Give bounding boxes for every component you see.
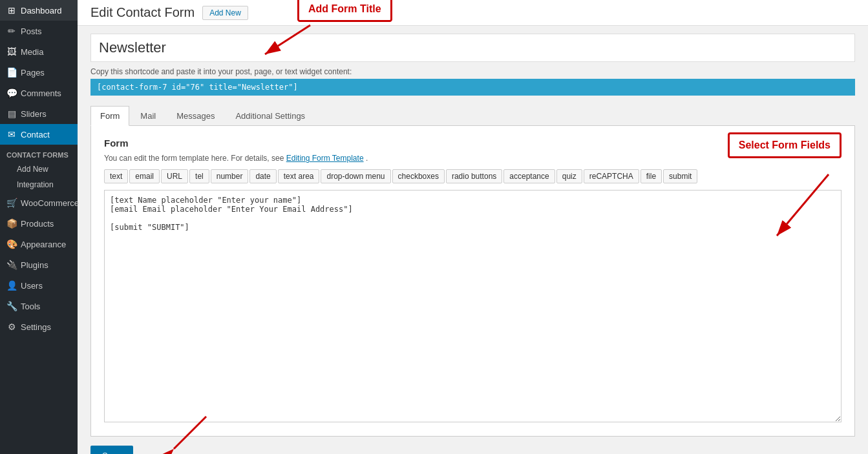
sidebar-sub-add-new[interactable]: Add New (0, 161, 78, 177)
field-btn-submit[interactable]: submit (663, 169, 697, 183)
tools-icon: 🔧 (6, 301, 17, 311)
field-btn-checkboxes[interactable]: checkboxes (392, 169, 445, 183)
field-btn-text[interactable]: text (104, 169, 128, 183)
sidebar-item-sliders[interactable]: ▤ Sliders (0, 103, 78, 124)
content-area: Copy this shortcode and paste it into yo… (78, 26, 868, 454)
tabs-row: Form Mail Messages Additional Settings (90, 106, 855, 126)
tab-form[interactable]: Form (90, 106, 129, 126)
sidebar-item-label: Contact (21, 130, 50, 139)
form-section: Form You can edit the form template here… (90, 126, 855, 437)
plugins-icon: 🔌 (6, 260, 17, 270)
save-button[interactable]: Save (90, 446, 133, 454)
sidebar-item-woocommerce[interactable]: 🛒 WooCommerce (0, 192, 78, 213)
sidebar-item-tools[interactable]: 🔧 Tools (0, 296, 78, 316)
form-code-textarea[interactable] (104, 190, 842, 422)
sidebar-sub-integration[interactable]: Integration (0, 177, 78, 192)
shortcode-description: Copy this shortcode and paste it into yo… (90, 67, 855, 76)
svg-line-3 (777, 174, 829, 236)
tab-mail[interactable]: Mail (131, 106, 165, 125)
sidebar-item-label: Settings (21, 322, 51, 332)
sidebar-item-users[interactable]: 👤 Users (0, 275, 78, 296)
select-form-fields-callout: Select Form Fields (728, 132, 842, 158)
sidebar-item-dashboard[interactable]: ⊞ Dashboard (0, 0, 78, 21)
field-btn-text-area[interactable]: text area (278, 169, 320, 183)
sidebar-item-products[interactable]: 📦 Products (0, 213, 78, 234)
sidebar-item-posts[interactable]: ✏ Posts (0, 21, 78, 41)
svg-line-1 (265, 25, 310, 54)
shortcode-bar[interactable]: [contact-form-7 id="76" title="Newslette… (90, 79, 855, 96)
field-btn-email[interactable]: email (129, 169, 160, 183)
tab-additional-settings[interactable]: Additional Settings (226, 106, 315, 125)
field-btn-file[interactable]: file (640, 169, 662, 183)
form-title-input[interactable] (90, 34, 855, 62)
svg-line-5 (174, 417, 206, 449)
sidebar-item-plugins[interactable]: 🔌 Plugins (0, 254, 78, 275)
appearance-icon: 🎨 (6, 239, 17, 249)
editing-link[interactable]: Editing Form Template (286, 154, 364, 163)
sidebar-item-comments[interactable]: 💬 Comments (0, 83, 78, 103)
pages-icon: 📄 (6, 67, 17, 77)
add-new-button[interactable]: Add New (202, 6, 248, 20)
sidebar-item-label: Media (21, 47, 43, 57)
media-icon: 🖼 (6, 46, 17, 57)
page-title: Edit Contact Form (90, 5, 195, 20)
field-buttons-row: textemailURLtelnumberdatetext areadrop-d… (104, 169, 842, 183)
topbar: Edit Contact Form Add New Add Form Title (78, 0, 868, 26)
save-arrow (154, 413, 219, 454)
sidebar-item-media[interactable]: 🖼 Media (0, 41, 78, 62)
sliders-icon: ▤ (6, 108, 17, 119)
sidebar-item-pages[interactable]: 📄 Pages (0, 62, 78, 83)
sidebar-item-label: Users (21, 281, 43, 291)
sidebar-item-settings[interactable]: ⚙ Settings (0, 316, 78, 337)
posts-icon: ✏ (6, 26, 17, 36)
products-icon: 📦 (6, 218, 17, 229)
field-btn-drop-down-menu[interactable]: drop-down menu (321, 169, 390, 183)
select-form-fields-arrow (745, 171, 842, 249)
field-btn-tel[interactable]: tel (189, 169, 209, 183)
select-form-fields-box: Select Form Fields (728, 132, 842, 158)
sidebar-item-label: Comments (21, 88, 61, 98)
sidebar-item-appearance[interactable]: 🎨 Appearance (0, 234, 78, 254)
main-content: Edit Contact Form Add New Add Form Title… (78, 0, 868, 454)
woocommerce-icon: 🛒 (6, 198, 17, 208)
field-btn-quiz[interactable]: quiz (556, 169, 582, 183)
sidebar: ⊞ Dashboard ✏ Posts 🖼 Media 📄 Pages 💬 Co… (0, 0, 78, 454)
sidebar-item-label: Plugins (21, 260, 48, 270)
sidebar-item-label: Sliders (21, 109, 47, 119)
field-btn-radio-buttons[interactable]: radio buttons (446, 169, 502, 183)
sidebar-item-contact[interactable]: ✉ Contact (0, 124, 78, 145)
add-form-title-callout: Add Form Title (297, 0, 392, 22)
sidebar-item-label: Products (21, 219, 54, 229)
field-btn-URL[interactable]: URL (161, 169, 188, 183)
field-btn-date[interactable]: date (249, 169, 276, 183)
tab-messages[interactable]: Messages (167, 106, 224, 125)
users-icon: 👤 (6, 280, 17, 291)
add-form-title-box: Add Form Title (297, 0, 392, 22)
contact-icon: ✉ (6, 129, 17, 139)
sidebar-item-label: WooCommerce (21, 198, 79, 208)
sidebar-item-label: Dashboard (21, 6, 62, 15)
comments-icon: 💬 (6, 88, 17, 98)
sidebar-item-label: Pages (21, 68, 45, 77)
dashboard-icon: ⊞ (6, 5, 17, 15)
add-form-title-arrow (246, 22, 323, 61)
field-btn-reCAPTCHA[interactable]: reCAPTCHA (584, 169, 639, 183)
sidebar-item-label: Appearance (21, 240, 66, 249)
settings-icon: ⚙ (6, 322, 17, 332)
field-btn-number[interactable]: number (211, 169, 249, 183)
contact-forms-section: Contact Forms (0, 145, 78, 161)
sidebar-item-label: Posts (21, 26, 42, 36)
field-btn-acceptance[interactable]: acceptance (503, 169, 555, 183)
sidebar-item-label: Tools (21, 302, 40, 311)
